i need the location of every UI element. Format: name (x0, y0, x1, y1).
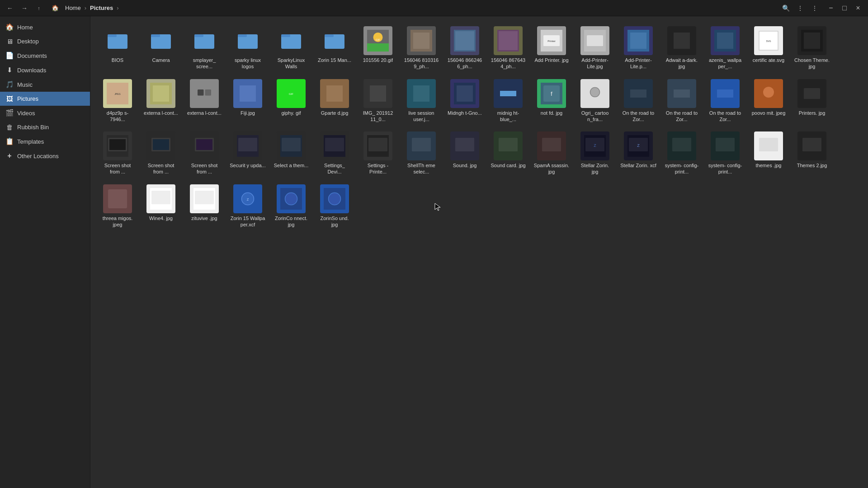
file-item-sparkywalls[interactable]: SparkyLinux Walls (271, 23, 311, 73)
file-item-livesession[interactable]: live session user.j... (401, 76, 441, 126)
svg-rect-76 (109, 139, 126, 150)
documents-icon: 📄 (5, 52, 14, 60)
svg-rect-11 (325, 34, 334, 37)
file-item-stellarzorin1[interactable]: Z Stellar Zorin. jpg (575, 129, 615, 178)
svg-rect-114 (108, 189, 127, 208)
file-area[interactable]: BIOS Camera smplayer_ scree... sparky li… (90, 16, 868, 488)
file-item-addprinterp[interactable]: Add-Printer-Lite.p... (618, 23, 658, 73)
sidebar-item-videos[interactable]: 🎬 Videos (0, 106, 90, 120)
file-item-certificate[interactable]: SVG certific ate.svg (749, 23, 788, 73)
file-item-soundcard[interactable]: Sound card. jpg (488, 129, 528, 178)
file-item-addprinterlite[interactable]: Add-Printer-Lite.jpg (575, 23, 615, 73)
file-thumb-d4pz9p: JPEG (103, 79, 132, 108)
minimize-button[interactable]: − (825, 2, 837, 14)
file-item-external2[interactable]: externa l-cont... (184, 76, 224, 126)
menu-button[interactable]: ⋮ (808, 2, 821, 14)
file-item-security[interactable]: Securit y upda... (228, 129, 268, 178)
file-item-addprinter[interactable]: Printer Add Printer. jpg (532, 23, 571, 73)
file-item-chosentheme[interactable]: Chosen Theme. jpg (792, 23, 832, 73)
file-item-syscfg2[interactable]: system- config- print... (705, 129, 745, 178)
file-item-zorinsound[interactable]: ZorinSo und. jpg (315, 182, 354, 231)
file-item-zorin15man[interactable]: Zorin 15 Man... (315, 23, 354, 73)
svg-rect-106 (672, 138, 691, 151)
file-item-zituvive[interactable]: zituvive .jpg (184, 182, 224, 231)
file-item-sparkylogos[interactable]: sparky linux logos (228, 23, 268, 73)
file-item-spamassassin[interactable]: SpamA ssassin. jpg (532, 129, 571, 178)
file-name-stellarzorin1: Stellar Zorin. jpg (577, 162, 613, 175)
file-item-screenshot2[interactable]: Screen shot from ... (141, 129, 181, 178)
file-item-selecttheme[interactable]: Select a them... (271, 129, 311, 178)
templates-icon: 📋 (5, 137, 14, 145)
breadcrumb-home[interactable]: Home (62, 4, 84, 12)
file-item-zorin15wp[interactable]: Z Zorin 15 Wallpa per.xcf (228, 182, 268, 231)
main-container: 🏠 Home 🖥 Desktop 📄 Documents ⬇ Downloads… (0, 16, 868, 488)
file-item-screenshot1[interactable]: Screen shot from ... (98, 129, 137, 178)
file-item-wine4[interactable]: Wine4. jpg (141, 182, 181, 231)
sidebar-item-documents[interactable]: 📄 Documents (0, 48, 90, 63)
file-item-zorinconnect[interactable]: ZorinCo nnect. jpg (271, 182, 311, 231)
file-item-smplayer[interactable]: smplayer_ scree... (184, 23, 224, 73)
up-button[interactable]: ↑ (33, 2, 45, 14)
file-item-bios[interactable]: BIOS (98, 23, 137, 73)
file-item-101556[interactable]: GIF 101556 20.gif (358, 23, 398, 73)
file-grid: BIOS Camera smplayer_ scree... sparky li… (98, 23, 861, 230)
forward-button[interactable]: → (18, 2, 31, 14)
sidebar-item-templates[interactable]: 📋 Templates (0, 134, 90, 149)
file-item-settingsprinter[interactable]: Settings - Printe... (358, 129, 398, 178)
file-item-midnight-gno[interactable]: Midngh t-Gno... (445, 76, 485, 126)
sidebar-item-other-locations[interactable]: + Other Locations (0, 149, 90, 163)
file-item-themes2[interactable]: Themes 2.jpg (792, 129, 832, 178)
file-item-themes1[interactable]: themes .jpg (749, 129, 788, 178)
file-item-d4pz9p[interactable]: JPEG d4pz9p s-7946... (98, 76, 137, 126)
file-name-156046-1: 156046 810316 9_ph... (403, 57, 439, 70)
file-item-gparted[interactable]: Gparte d.jpg (315, 76, 354, 126)
file-thumb-external1 (146, 79, 175, 108)
file-item-syscfg1[interactable]: system- config- print... (662, 129, 702, 178)
file-item-printers[interactable]: Printers. jpg (792, 76, 832, 126)
file-item-external1[interactable]: externa l-cont... (141, 76, 181, 126)
view-button[interactable]: ⋮ (794, 2, 807, 14)
file-thumb-bios (103, 26, 132, 55)
sidebar-item-music[interactable]: 🎵 Music (0, 77, 90, 92)
file-item-settingsdev[interactable]: Settings_ Devi... (315, 129, 354, 178)
search-button[interactable]: 🔍 (779, 2, 792, 14)
back-button[interactable]: ← (4, 2, 16, 14)
file-name-ontheroad2: On the road to Zor... (664, 110, 700, 123)
file-item-156046-2[interactable]: 156046 866246 6_ph... (445, 23, 485, 73)
file-name-themes1: themes .jpg (756, 162, 782, 169)
sidebar-item-desktop[interactable]: 🖥 Desktop (0, 34, 90, 48)
file-name-smplayer: smplayer_ scree... (186, 57, 222, 70)
maximize-button[interactable]: □ (838, 2, 851, 14)
file-item-adwaitadark[interactable]: Adwait a-dark. jpg (662, 23, 702, 73)
sidebar-item-rubbish-bin[interactable]: 🗑 Rubbish Bin (0, 120, 90, 134)
file-item-azenis[interactable]: azenis_ wallpa per_... (705, 23, 745, 73)
file-item-camera[interactable]: Camera (141, 23, 181, 73)
file-item-img201912[interactable]: IMG_ 201912 11_0... (358, 76, 398, 126)
file-item-fiji[interactable]: Fiji.jpg (228, 76, 268, 126)
file-item-stellarzorin2[interactable]: Z Stellar Zorin. xcf (618, 129, 658, 178)
home-icon: 🏠 (49, 2, 61, 14)
file-thumb-midnight-gno (450, 79, 479, 108)
file-item-3amigos[interactable]: threea migos. jpeg (98, 182, 137, 231)
sidebar-label-videos: Videos (17, 110, 35, 117)
file-item-shelltheme[interactable]: ShellTh eme selec... (401, 129, 441, 178)
file-item-156046-3[interactable]: 156046 867643 4_ph... (488, 23, 528, 73)
close-button[interactable]: × (852, 2, 864, 14)
file-item-screenshot3[interactable]: Screen shot from ... (184, 129, 224, 178)
file-item-giphy[interactable]: GIF giphy. gif (271, 76, 311, 126)
breadcrumb-pictures[interactable]: Pictures (87, 4, 116, 12)
file-item-ogri[interactable]: Ogri_ cartoo n_fra... (575, 76, 615, 126)
file-item-notfd[interactable]: f not fd. jpg (532, 76, 571, 126)
sidebar-item-downloads[interactable]: ⬇ Downloads (0, 63, 90, 77)
sidebar-item-home[interactable]: 🏠 Home (0, 20, 90, 34)
file-item-midnight-blue[interactable]: midnig ht-blue_... (488, 76, 528, 126)
file-item-poovomir[interactable]: poovo mit. jpeg (749, 76, 788, 126)
sidebar-label-other-locations: Other Locations (17, 153, 59, 160)
file-item-ontheroad1[interactable]: On the road to Zor... (618, 76, 658, 126)
file-item-156046-1[interactable]: 156046 810316 9_ph... (401, 23, 441, 73)
file-item-ontheroad2[interactable]: On the road to Zor... (662, 76, 702, 126)
sidebar-item-pictures[interactable]: 🖼 Pictures (0, 92, 90, 106)
file-item-ontheroad3[interactable]: On the road to Zor... (705, 76, 745, 126)
file-item-sound[interactable]: Sound. jpg (445, 129, 485, 178)
videos-icon: 🎬 (5, 109, 14, 117)
